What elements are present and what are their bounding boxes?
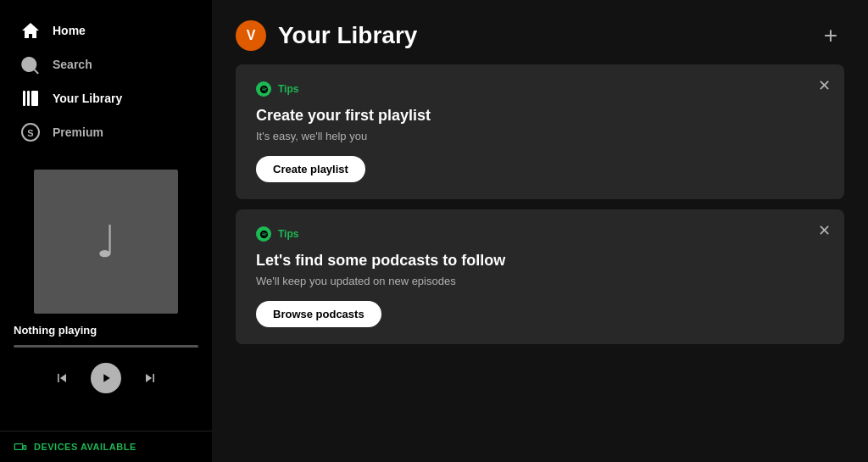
podcast-tip-card: Tips ✕ Let's find some podcasts to follo…	[236, 209, 844, 344]
page-title: Your Library	[278, 22, 417, 49]
svg-rect-0	[23, 91, 25, 106]
devices-bar[interactable]: DEVICES AVAILABLE	[0, 431, 212, 462]
skip-forward-button[interactable]	[138, 366, 162, 390]
podcast-card-subtitle: We'll keep you updated on new episodes	[256, 275, 824, 287]
tip-label-1: Tips	[278, 83, 298, 95]
progress-bar-container	[14, 345, 198, 348]
search-icon	[20, 54, 41, 75]
play-button[interactable]	[91, 363, 121, 393]
add-button[interactable]: +	[817, 20, 844, 51]
svg-rect-6	[24, 446, 26, 450]
main-header: V Your Library +	[212, 0, 868, 64]
home-icon	[20, 20, 41, 41]
tip-label-2: Tips	[278, 228, 298, 240]
spotify-dot-2	[256, 226, 271, 242]
create-playlist-button[interactable]: Create playlist	[256, 156, 365, 182]
album-art: ♩	[34, 170, 178, 314]
playlist-card-subtitle: It's easy, we'll help you	[256, 130, 824, 142]
home-label: Home	[53, 24, 86, 37]
sidebar-item-premium[interactable]: S Premium	[10, 115, 202, 149]
svg-rect-5	[14, 444, 22, 450]
main-content: V Your Library + Tips ✕ Create your firs…	[212, 0, 868, 462]
browse-podcasts-button[interactable]: Browse podcasts	[256, 301, 381, 327]
svg-rect-2	[31, 91, 38, 106]
premium-icon: S	[20, 122, 41, 142]
cards-container: Tips ✕ Create your first playlist It's e…	[212, 64, 868, 344]
library-label: Your Library	[53, 92, 122, 105]
svg-text:S: S	[27, 128, 33, 138]
podcast-card-title: Let's find some podcasts to follow	[256, 252, 824, 270]
close-playlist-card-button[interactable]: ✕	[818, 78, 831, 93]
playlist-card-title: Create your first playlist	[256, 107, 824, 125]
header-left: V Your Library	[236, 20, 417, 51]
devices-icon	[14, 440, 27, 454]
now-playing-label: Nothing playing	[0, 324, 212, 337]
svg-rect-1	[27, 91, 30, 106]
music-note-icon: ♩	[96, 216, 117, 267]
premium-label: Premium	[53, 125, 103, 139]
sidebar-item-search[interactable]: Search	[10, 47, 202, 81]
sidebar-item-your-library[interactable]: Your Library	[10, 81, 202, 115]
library-icon	[20, 88, 41, 109]
playback-controls	[0, 356, 212, 400]
tip-card-header-1: Tips	[256, 81, 824, 97]
spotify-dot-1	[256, 81, 271, 97]
sidebar-item-home[interactable]: Home	[10, 14, 202, 47]
sidebar: Home Search Your Library	[0, 0, 212, 462]
user-avatar[interactable]: V	[236, 20, 266, 51]
search-label: Search	[53, 58, 92, 71]
skip-back-button[interactable]	[50, 366, 74, 390]
close-podcast-card-button[interactable]: ✕	[818, 223, 831, 238]
devices-label: DEVICES AVAILABLE	[34, 442, 136, 452]
playlist-tip-card: Tips ✕ Create your first playlist It's e…	[236, 64, 844, 199]
tip-card-header-2: Tips	[256, 226, 824, 242]
sidebar-nav: Home Search Your Library	[0, 0, 212, 149]
